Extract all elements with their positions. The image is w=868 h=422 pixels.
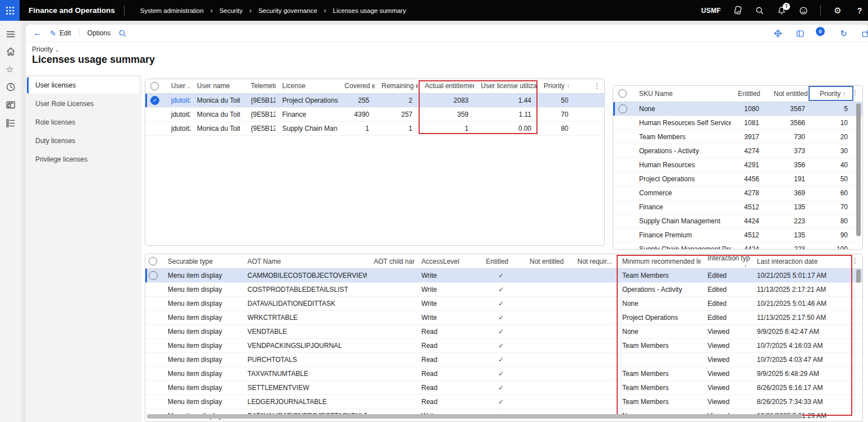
- securable-object-row[interactable]: Menu item display TAXVATNUMTABLE Read ✓ …: [145, 367, 862, 381]
- license-tab[interactable]: User licenses: [27, 77, 139, 94]
- securable-object-row[interactable]: Menu item display LEDGERJOURNALTABLE Rea…: [145, 395, 862, 409]
- grid-more-options-icon[interactable]: ⋮: [852, 257, 858, 265]
- hamburger-menu-icon[interactable]: [6, 29, 16, 39]
- license-tab[interactable]: Role licenses: [27, 114, 139, 131]
- modules-list-icon[interactable]: [6, 118, 16, 128]
- securable-object-row[interactable]: Menu item display COSTPRODTABLEDETAILSLI…: [145, 283, 862, 297]
- col-last-interaction-date[interactable]: Last interaction date: [750, 254, 851, 269]
- recent-clock-icon[interactable]: [6, 82, 16, 92]
- grid-more-options-icon[interactable]: ⋮: [852, 89, 858, 97]
- col-securable-type[interactable]: Securable type: [161, 254, 241, 269]
- securable-object-row[interactable]: Menu item display VENDPACKINGSLIPJOURNAL…: [145, 339, 862, 353]
- col-telemetry[interactable]: Telemetry...: [244, 79, 275, 93]
- user-license-row[interactable]: ✓ jdutoit2 Monica du Toit {9E5B12... Pro…: [145, 93, 604, 107]
- open-in-new-window-icon[interactable]: [861, 29, 868, 38]
- side-panel-icon[interactable]: [795, 29, 805, 38]
- col-sku-name[interactable]: SKU Name: [632, 86, 731, 102]
- col-license[interactable]: License: [275, 79, 338, 93]
- breadcrumb-item-current[interactable]: Licenses usage summary: [333, 7, 406, 14]
- app-launcher-waffle-icon[interactable]: [0, 0, 20, 21]
- sku-row[interactable]: None 1080 3567 5: [613, 102, 862, 116]
- grid-more-options-icon[interactable]: ⋮: [594, 82, 600, 90]
- feedback-smiley-icon[interactable]: [798, 6, 809, 16]
- app-title[interactable]: Finance and Operations: [29, 6, 115, 15]
- sku-row[interactable]: Team Members 3917 730 20: [613, 130, 862, 144]
- securable-object-row[interactable]: Menu item display VENDTABLE Read ✓ None …: [145, 325, 862, 339]
- license-tab[interactable]: Privilege licenses: [27, 151, 139, 168]
- select-all-circle[interactable]: [150, 82, 159, 90]
- col-covered[interactable]: Covered entitl...: [338, 79, 375, 93]
- sku-row[interactable]: Supply Chain Management 4424 223 80: [613, 214, 862, 228]
- select-all-circle[interactable]: [618, 89, 627, 98]
- search-icon[interactable]: [755, 6, 765, 16]
- action-search-icon[interactable]: [118, 29, 127, 38]
- col-priority[interactable]: Priority↑: [813, 86, 857, 102]
- securable-object-row[interactable]: Menu item display PURCHTOTALS Read ✓ Vie…: [145, 353, 862, 367]
- col-utilization[interactable]: User license utilization (%): [474, 79, 537, 93]
- edit-button[interactable]: ✎ Edit: [50, 29, 71, 38]
- company-selector[interactable]: USMF: [701, 7, 721, 15]
- personalize-diamond-icon[interactable]: [773, 29, 783, 38]
- back-arrow-icon[interactable]: ←: [33, 28, 42, 38]
- col-user-id[interactable]: User ...: [164, 79, 190, 93]
- copilot-icon[interactable]: [733, 6, 743, 16]
- sku-row[interactable]: Commerce 4278 369 60: [613, 186, 862, 200]
- breadcrumb-item[interactable]: Security: [219, 7, 243, 14]
- cell-interaction-type: Edited: [701, 311, 750, 325]
- home-icon[interactable]: [6, 47, 16, 57]
- securable-object-row[interactable]: Menu item display CAMMOBILECOSTOBJECTOVE…: [145, 269, 862, 283]
- col-interaction-type[interactable]: Interaction type↓: [701, 254, 750, 269]
- horizontal-scrollbar[interactable]: [147, 414, 802, 419]
- col-remaining[interactable]: Remaining ent...: [375, 79, 418, 93]
- col-not-entitled[interactable]: Not entitled: [767, 86, 813, 102]
- options-button[interactable]: Options: [88, 29, 111, 37]
- cell-not-required: [571, 367, 616, 381]
- row-selector-circle[interactable]: ✓: [150, 96, 159, 105]
- vertical-scrollbar[interactable]: [856, 103, 861, 236]
- select-all-circle[interactable]: [149, 257, 157, 265]
- notifications-bell-icon[interactable]: 7: [777, 6, 787, 16]
- sku-row[interactable]: Operations - Activity 4274 373 30: [613, 144, 862, 158]
- help-icon[interactable]: ?: [855, 6, 865, 16]
- col-entitled[interactable]: Entitled: [479, 254, 523, 269]
- refresh-icon[interactable]: ↻: [839, 29, 848, 38]
- row-selector-circle[interactable]: [618, 104, 627, 113]
- cell-aot-child-name: [367, 311, 415, 325]
- vertical-scrollbar[interactable]: [856, 269, 861, 283]
- message-center-icon[interactable]: 0: [817, 29, 826, 38]
- col-user-name[interactable]: User name: [190, 79, 244, 93]
- workspaces-icon[interactable]: [6, 100, 16, 110]
- cell-user-id[interactable]: jdutoit2: [164, 107, 190, 121]
- favorites-star-icon[interactable]: ☆: [6, 64, 16, 74]
- breadcrumb-item[interactable]: Security governance: [258, 7, 317, 14]
- filter-funnel-icon[interactable]: [615, 258, 616, 264]
- col-access-level[interactable]: AccessLevel: [415, 254, 479, 269]
- col-actual-entitlements[interactable]: Actual entitlements: [418, 79, 474, 93]
- col-aot-name[interactable]: AOT Name: [241, 254, 367, 269]
- col-not-entitled[interactable]: Not entitled: [523, 254, 571, 269]
- sku-row[interactable]: Finance 4512 135 70: [613, 200, 862, 214]
- cell-user-id[interactable]: jdutoit2: [164, 93, 190, 107]
- license-tab[interactable]: User Role Licenses: [27, 95, 139, 112]
- col-priority[interactable]: Priority↑: [537, 79, 583, 93]
- sku-row[interactable]: Human Resources 4291 356 40: [613, 158, 862, 172]
- breadcrumb-item[interactable]: System administration: [140, 7, 204, 14]
- user-license-row[interactable]: ✓ jdutoit2 Monica du Toit {9E5B12... Sup…: [145, 121, 604, 135]
- license-tab[interactable]: Duty licenses: [27, 132, 139, 149]
- user-license-row[interactable]: ✓ jdutoit2 Monica du Toit {9E5B12... Fin…: [145, 107, 604, 121]
- col-not-required[interactable]: Not requir...: [571, 254, 616, 269]
- securable-object-row[interactable]: Menu item display WRKCTRTABLE Write ✓ Pr…: [145, 311, 862, 325]
- col-minimum-recommended-license[interactable]: Minimum recommended license: [616, 254, 701, 269]
- settings-gear-icon[interactable]: ⚙: [833, 6, 843, 16]
- sku-row[interactable]: Finance Premium 4512 135 90: [613, 228, 862, 242]
- col-aot-child-name[interactable]: AOT child name: [367, 254, 415, 269]
- sku-row[interactable]: Supply Chain Management Pre... 4424 223 …: [613, 242, 862, 250]
- securable-object-row[interactable]: Menu item display DATAVALIDATIONEDITTASK…: [145, 297, 862, 311]
- cell-user-id[interactable]: jdutoit2: [164, 121, 190, 135]
- row-selector-circle[interactable]: [149, 271, 158, 280]
- priority-group-selector[interactable]: Priority⌄: [32, 45, 59, 53]
- securable-object-row[interactable]: Menu item display SETTLEMENTVIEW Read ✓ …: [145, 381, 862, 395]
- col-entitled[interactable]: Entitled: [731, 86, 767, 102]
- sku-row[interactable]: Project Operations 4456 191 50: [613, 172, 862, 186]
- sku-row[interactable]: Human Resources Self Service 1081 3566 1…: [613, 116, 862, 130]
